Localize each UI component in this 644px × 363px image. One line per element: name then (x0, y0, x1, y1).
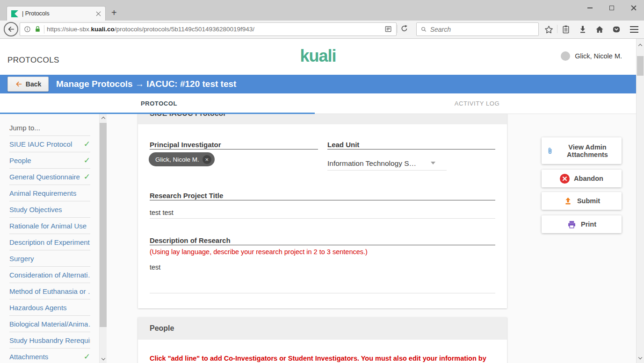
sidebar-item-attachments[interactable]: Attachments✓ (9, 348, 90, 363)
home-button[interactable] (594, 24, 605, 35)
menu-button[interactable] (629, 24, 640, 35)
description-of-research-field[interactable]: test (150, 263, 160, 271)
submit-button[interactable]: Submit (542, 192, 622, 210)
sidebar-item-siue-iauc-protocol[interactable]: SIUE IAUC Protocol✓ (9, 135, 90, 152)
sidebar-item-rationale-for-animal-use[interactable]: Rationale for Animal Use (9, 217, 90, 234)
icons-separator (557, 25, 557, 33)
kuali-logo: kuali (0, 46, 636, 66)
user-menu[interactable]: Glick, Nicole M. (561, 51, 622, 61)
printer-icon (567, 220, 577, 229)
sidebar-item-general-questionnaire[interactable]: General Questionnaire✓ (9, 168, 90, 185)
tab-protocol[interactable]: PROTOCOL (0, 93, 318, 114)
page-content: Jump to... SIUE IAUC Protocol✓ People✓ G… (0, 114, 636, 363)
new-tab-button[interactable]: + (111, 7, 117, 18)
sidebar-item-consideration-of-alternatives[interactable]: Consideration of Alternati… (9, 266, 90, 283)
page-scroll-down[interactable] (636, 354, 644, 362)
sidebar-scroll-down[interactable] (100, 355, 107, 363)
sidebar-item-study-objectives[interactable]: Study Objectives (9, 201, 90, 217)
principal-investigator-chip[interactable]: Glick, Nicole M. × (149, 152, 215, 166)
sidebar-scroll-up[interactable] (100, 114, 107, 122)
chevron-down-icon[interactable] (431, 162, 435, 164)
browser-back-button[interactable] (4, 22, 18, 36)
browser-tab[interactable]: | Protocols (7, 6, 106, 21)
check-icon: ✓ (84, 172, 90, 182)
pocket-button[interactable] (611, 24, 622, 35)
sidebar-item-biological-material[interactable]: Biological Material/Anima… (9, 315, 90, 332)
sidebar-scroll-thumb[interactable] (100, 123, 107, 327)
page-title: Manage Protocols → IACUC: #120 test test (56, 79, 236, 89)
sidebar-item-animal-requirements[interactable]: Animal Requirements (9, 185, 90, 201)
downloads-button[interactable] (577, 24, 588, 35)
reload-icon (400, 24, 409, 33)
lead-unit-label: Lead Unit (327, 141, 359, 149)
search-input[interactable] (430, 26, 535, 33)
clipboard-icon (561, 25, 571, 34)
bookmarks-list-button[interactable] (560, 24, 572, 35)
check-icon: ✓ (84, 139, 90, 149)
research-project-title-field[interactable]: test test (150, 209, 174, 216)
avatar (561, 51, 570, 61)
chevron-down-icon (638, 356, 642, 360)
lock-icon[interactable] (34, 25, 42, 33)
lead-unit-select[interactable]: Information Technology S… (327, 159, 416, 168)
download-arrow-icon (578, 25, 587, 34)
chip-remove-icon[interactable]: × (203, 155, 211, 164)
sidebar-item-study-husbandry[interactable]: Study Husbandry Rerequir… (9, 332, 90, 348)
reload-button[interactable] (400, 24, 409, 35)
sidebar-item-description-of-experiment[interactable]: Description of Experiment… (9, 234, 90, 250)
description-of-research-label: Description of Research (150, 236, 231, 244)
protocol-form-card: SIUE IACUC Protocol Principal Investigat… (138, 114, 507, 308)
section-title: SIUE IACUC Protocol (150, 114, 225, 118)
button-label: View Admin Attachments (558, 143, 617, 158)
page-scroll-up[interactable] (636, 41, 644, 49)
search-bar[interactable] (416, 22, 539, 36)
sidebar-item-hazardous-agents[interactable]: Hazardous Agents (9, 299, 90, 315)
jump-to-heading: Jump to... (0, 114, 99, 135)
paperclip-icon (546, 145, 554, 157)
pocket-icon (612, 25, 621, 34)
home-icon (595, 25, 604, 34)
close-button[interactable] (626, 3, 641, 13)
back-arrow-icon (7, 25, 15, 33)
tab-activity-log[interactable]: ACTIVITY LOG (318, 93, 636, 114)
tab-close-icon[interactable] (95, 11, 101, 16)
bookmark-star-button[interactable] (543, 24, 554, 35)
page-scroll-thumb[interactable] (637, 56, 644, 76)
people-section-header: People (138, 317, 507, 340)
check-icon: ✓ (84, 352, 90, 362)
section-header: SIUE IACUC Protocol (138, 114, 507, 124)
field-underline (327, 170, 447, 171)
star-icon (544, 25, 554, 35)
info-icon[interactable] (23, 25, 31, 33)
page-scrollbar[interactable] (636, 39, 644, 363)
search-icon (420, 26, 427, 33)
principal-investigator-label: Principal Investigator (150, 141, 221, 149)
maximize-icon (609, 6, 614, 10)
jump-to-nav: Jump to... SIUE IAUC Protocol✓ People✓ G… (0, 114, 99, 363)
chevron-up-icon (638, 43, 642, 47)
sidebar-item-people[interactable]: People✓ (9, 152, 90, 168)
reader-mode-icon[interactable] (384, 25, 393, 33)
url-text[interactable]: https://siue-sbx.kuali.co/protocols/prot… (47, 26, 382, 33)
field-underline (150, 293, 495, 293)
browser-window: | Protocols + https://siue-sbx.kuali.co/… (0, 0, 644, 363)
app-viewport: PROTOCOLS kuali Glick, Nicole M. Back Ma… (0, 39, 636, 363)
toolbar-separator (397, 25, 398, 33)
sidebar-item-surgery[interactable]: Surgery (9, 250, 90, 266)
minimize-button[interactable] (582, 3, 597, 13)
sidebar-item-method-of-euthanasia[interactable]: Method of Euthanasia or … (9, 283, 90, 299)
maximize-button[interactable] (604, 3, 619, 13)
view-admin-attachments-button[interactable]: View Admin Attachments (542, 137, 622, 164)
check-icon: ✓ (84, 156, 90, 165)
back-button[interactable]: Back (7, 77, 49, 92)
print-button[interactable]: Print (542, 215, 622, 233)
back-arrow-icon (15, 80, 22, 88)
abandon-button[interactable]: ✕ Abandon (542, 170, 622, 187)
url-bar[interactable]: https://siue-sbx.kuali.co/protocols/prot… (20, 22, 397, 36)
page-banner: Back Manage Protocols → IACUC: #120 test… (0, 75, 636, 93)
people-notice: Click "add line" to add Co-Investigators… (150, 355, 496, 363)
app-header: PROTOCOLS kuali Glick, Nicole M. (0, 39, 636, 75)
jump-to-list: SIUE IAUC Protocol✓ People✓ General Ques… (0, 135, 99, 363)
url-separator (44, 25, 44, 34)
chevron-up-icon (101, 116, 105, 120)
